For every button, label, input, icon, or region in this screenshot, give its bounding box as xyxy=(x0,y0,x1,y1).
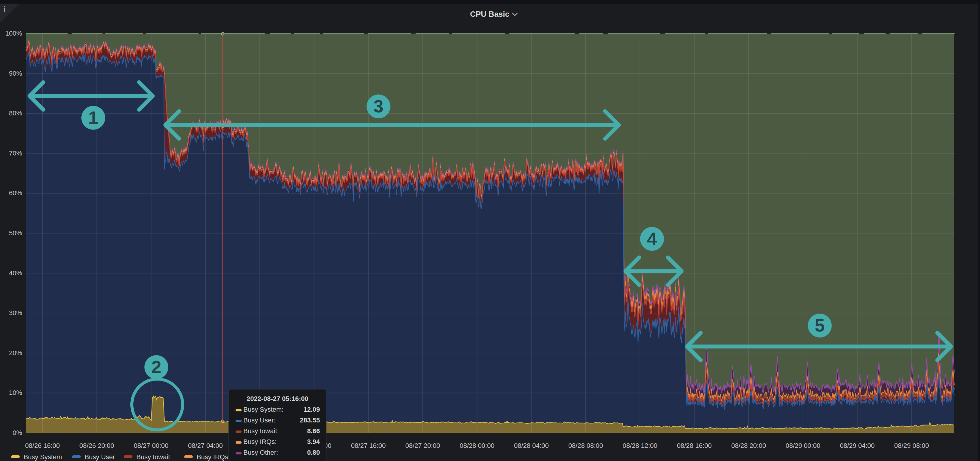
svg-text:10%: 10% xyxy=(9,389,22,396)
svg-text:08/28 04:00: 08/28 04:00 xyxy=(514,442,549,449)
svg-text:100%: 100% xyxy=(5,30,22,37)
svg-text:Busy User: Busy User xyxy=(84,453,115,461)
svg-text:08/27 20:00: 08/27 20:00 xyxy=(406,442,440,449)
svg-text:08/28 12:00: 08/28 12:00 xyxy=(623,442,657,449)
svg-text:Busy IRQs:: Busy IRQs: xyxy=(243,438,277,445)
svg-text:08/29 00:00: 08/29 00:00 xyxy=(786,442,820,449)
svg-text:3: 3 xyxy=(374,96,383,116)
svg-text:Busy Iowait: Busy Iowait xyxy=(136,453,170,461)
svg-text:Busy Iowait:: Busy Iowait: xyxy=(243,427,279,435)
svg-text:70%: 70% xyxy=(9,149,22,157)
svg-text:08/28 16:00: 08/28 16:00 xyxy=(677,442,711,449)
svg-text:08/28 00:00: 08/28 00:00 xyxy=(460,442,494,449)
svg-text:2022-08-27 05:16:00: 2022-08-27 05:16:00 xyxy=(247,395,309,402)
svg-text:Busy IRQs: Busy IRQs xyxy=(197,453,228,461)
svg-text:50%: 50% xyxy=(9,229,22,237)
svg-text:2: 2 xyxy=(151,357,161,377)
svg-text:08/27 04:00: 08/27 04:00 xyxy=(188,442,223,449)
svg-text:08/26 16:00: 08/26 16:00 xyxy=(25,442,60,449)
svg-text:Busy Other:: Busy Other: xyxy=(243,449,278,456)
svg-text:4: 4 xyxy=(647,229,657,249)
svg-text:08/28 20:00: 08/28 20:00 xyxy=(731,442,766,449)
svg-text:30%: 30% xyxy=(9,309,22,316)
svg-text:08/26 20:00: 08/26 20:00 xyxy=(80,442,114,449)
svg-text:Busy System:: Busy System: xyxy=(243,406,283,413)
svg-text:08/27 16:00: 08/27 16:00 xyxy=(351,442,386,449)
svg-text:90%: 90% xyxy=(9,70,22,77)
svg-text:0.80: 0.80 xyxy=(307,449,320,456)
svg-text:12.09: 12.09 xyxy=(304,406,320,413)
svg-text:Busy System: Busy System xyxy=(24,453,62,461)
svg-text:i: i xyxy=(3,4,6,14)
svg-text:283.55: 283.55 xyxy=(300,416,320,424)
svg-text:60%: 60% xyxy=(9,189,22,197)
svg-text:Busy User:: Busy User: xyxy=(243,416,276,424)
svg-text:20%: 20% xyxy=(9,349,22,357)
svg-text:1: 1 xyxy=(88,108,98,128)
svg-text:08/29 04:00: 08/29 04:00 xyxy=(840,442,875,449)
svg-text:08/29 08:00: 08/29 08:00 xyxy=(894,442,929,449)
svg-text:08/28 08:00: 08/28 08:00 xyxy=(568,442,603,449)
svg-text:3.94: 3.94 xyxy=(307,438,320,445)
svg-text:5: 5 xyxy=(815,315,824,335)
svg-text:8.66: 8.66 xyxy=(307,427,320,435)
svg-text:CPU Basic: CPU Basic xyxy=(470,10,509,19)
svg-text:40%: 40% xyxy=(9,269,22,277)
svg-text:80%: 80% xyxy=(9,110,22,117)
svg-text:08/27 00:00: 08/27 00:00 xyxy=(134,442,168,449)
svg-text:0%: 0% xyxy=(13,429,22,437)
